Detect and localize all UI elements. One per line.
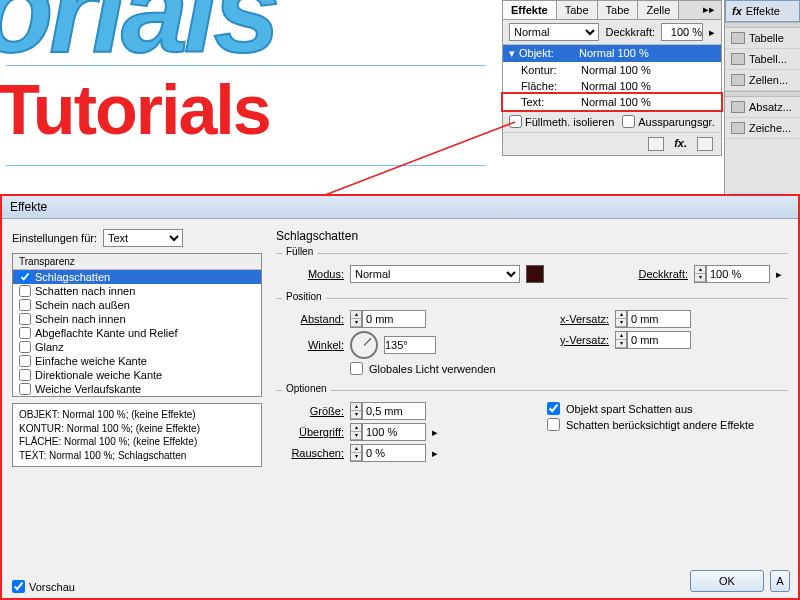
spinner-icon[interactable]: ▴▾	[615, 331, 627, 349]
global-light-checkbox[interactable]	[350, 362, 363, 375]
target-kontur[interactable]: Kontur:Normal 100 %	[503, 62, 721, 78]
dropdown-icon[interactable]: ▸	[432, 447, 438, 460]
effect-checkbox[interactable]	[19, 313, 31, 325]
list-header[interactable]: Transparenz	[13, 254, 261, 270]
size-input[interactable]	[362, 402, 426, 420]
effect-item[interactable]: Weiche Verlaufskante	[13, 382, 261, 396]
fx-icon: fx	[732, 5, 742, 17]
opacity-input[interactable]	[661, 23, 703, 41]
size-label: Größe:	[282, 405, 344, 417]
ok-button[interactable]: OK	[690, 570, 764, 592]
yoffset-input[interactable]	[627, 331, 691, 349]
effect-item[interactable]: Schein nach innen	[13, 312, 261, 326]
spinner-icon[interactable]: ▴▾	[350, 423, 362, 441]
distance-label: Abstand:	[282, 313, 344, 325]
effect-checkbox[interactable]	[19, 341, 31, 353]
noise-input[interactable]	[362, 444, 426, 462]
angle-dial[interactable]	[350, 331, 378, 359]
effect-item[interactable]: Glanz	[13, 340, 261, 354]
panel-tabs: Effekte Tabe Tabe Zelle ▸▸	[503, 1, 721, 20]
effect-checkbox[interactable]	[19, 383, 31, 395]
effect-checkbox[interactable]	[19, 271, 31, 283]
target-list: ▾Objekt:Normal 100 % Kontur:Normal 100 %…	[503, 44, 721, 111]
effect-checkbox[interactable]	[19, 299, 31, 311]
dropdown-icon[interactable]: ▸	[776, 268, 782, 281]
preview-label: Vorschau	[29, 581, 75, 593]
tab-zelle[interactable]: Zelle	[638, 1, 679, 19]
distance-input[interactable]	[362, 310, 426, 328]
tab-tabe[interactable]: Tabe	[557, 1, 598, 19]
isolate-checkbox[interactable]: Füllmeth. isolieren	[509, 115, 614, 128]
clear-effects-icon[interactable]	[648, 137, 664, 151]
sample-text-red: -Tutorials	[0, 75, 270, 145]
trash-icon[interactable]	[697, 137, 713, 151]
effect-checkbox[interactable]	[19, 327, 31, 339]
dropdown-icon[interactable]: ▸	[432, 426, 438, 439]
angle-input[interactable]	[384, 336, 436, 354]
spinner-icon[interactable]: ▴▾	[350, 402, 362, 420]
mode-select[interactable]: Normal	[350, 265, 520, 283]
noise-label: Rauschen:	[282, 447, 344, 459]
fx-icon[interactable]: fx.	[674, 137, 687, 151]
dock-effekte[interactable]: fxEffekte	[725, 0, 800, 22]
effect-checkbox[interactable]	[19, 355, 31, 367]
effect-item[interactable]: Einfache weiche Kante	[13, 354, 261, 368]
effect-item[interactable]: Direktionale weiche Kante	[13, 368, 261, 382]
collapsed-panel-dock: fxEffekte Tabelle Tabell... Zellen... Ab…	[724, 0, 800, 200]
effects-list: Transparenz SchlagschattenSchatten nach …	[12, 253, 262, 397]
dock-tabelle[interactable]: Tabelle	[725, 28, 800, 49]
yoffset-label: y-Versatz:	[547, 334, 609, 346]
selection-edge	[6, 165, 486, 166]
effect-item[interactable]: Abgeflachte Kante und Relief	[13, 326, 261, 340]
other-effects-checkbox[interactable]	[547, 418, 560, 431]
knockout-checkbox[interactable]: Aussparungsgr.	[622, 115, 714, 128]
paragraph-icon	[731, 101, 745, 113]
dock-tabell2[interactable]: Tabell...	[725, 49, 800, 70]
spread-label: Übergriff:	[282, 426, 344, 438]
settings-for-select[interactable]: Text	[103, 229, 183, 247]
effect-item[interactable]: Schatten nach innen	[13, 284, 261, 298]
target-flaeche[interactable]: Fläche:Normal 100 %	[503, 78, 721, 94]
panel-expand-icon[interactable]: ▸▸	[697, 1, 721, 19]
dropdown-icon[interactable]: ▸	[709, 26, 715, 39]
preview-checkbox[interactable]	[12, 580, 25, 593]
effect-heading: Schlagschatten	[276, 229, 788, 243]
document-canvas: orials -Tutorials	[0, 0, 500, 190]
spinner-icon[interactable]: ▴▾	[350, 310, 362, 328]
eye-icon: ▾	[509, 47, 515, 60]
effects-dialog: Effekte Einstellungen für: Text Transpar…	[0, 194, 800, 600]
shadow-color-swatch[interactable]	[526, 265, 544, 283]
spinner-icon[interactable]: ▴▾	[350, 444, 362, 462]
mode-label: Modus:	[282, 268, 344, 280]
cancel-button[interactable]: A	[770, 570, 790, 592]
dialog-title: Effekte	[2, 196, 798, 219]
opacity-label-2: Deckkraft:	[626, 268, 688, 280]
angle-label: Winkel:	[282, 339, 344, 351]
cell-icon	[731, 74, 745, 86]
effect-checkbox[interactable]	[19, 369, 31, 381]
sample-text-blue: orials	[0, 0, 276, 70]
effect-item[interactable]: Schein nach außen	[13, 298, 261, 312]
table-icon	[731, 32, 745, 44]
dock-zeichen[interactable]: Zeiche...	[725, 118, 800, 139]
effect-item[interactable]: Schlagschatten	[13, 270, 261, 284]
spread-input[interactable]	[362, 423, 426, 441]
spinner-icon[interactable]: ▴▾	[694, 265, 706, 283]
group-position: Position Abstand:▴▾ Winkel: Globales Lic…	[276, 298, 788, 382]
table-icon	[731, 53, 745, 65]
dock-zellen[interactable]: Zellen...	[725, 70, 800, 91]
xoffset-label: x-Versatz:	[547, 313, 609, 325]
spinner-icon[interactable]: ▴▾	[615, 310, 627, 328]
target-objekt[interactable]: ▾Objekt:Normal 100 %	[503, 45, 721, 62]
selection-edge	[6, 65, 486, 66]
tab-effekte[interactable]: Effekte	[503, 1, 557, 19]
xoffset-input[interactable]	[627, 310, 691, 328]
shadow-opacity-input[interactable]	[706, 265, 770, 283]
knockout-shadow-checkbox[interactable]	[547, 402, 560, 415]
blend-mode-select[interactable]: Normal	[509, 23, 599, 41]
effect-checkbox[interactable]	[19, 285, 31, 297]
dock-absatz[interactable]: Absatz...	[725, 97, 800, 118]
character-icon	[731, 122, 745, 134]
target-text[interactable]: Text:Normal 100 %	[503, 94, 721, 110]
tab-tabe2[interactable]: Tabe	[598, 1, 639, 19]
